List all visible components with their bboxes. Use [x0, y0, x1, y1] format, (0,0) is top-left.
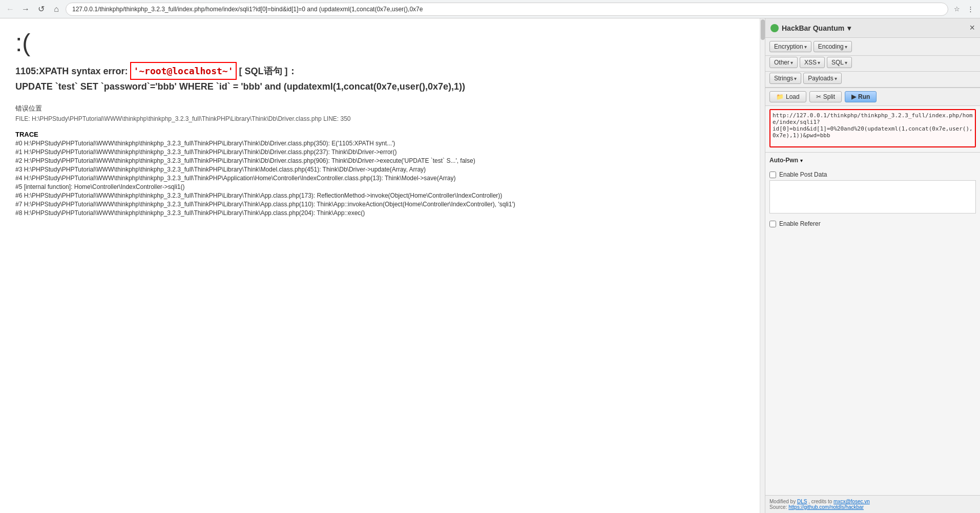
load-icon: 📁: [776, 93, 784, 100]
hackbar-title-text: HackBar Quantum: [782, 24, 844, 32]
other-button[interactable]: Other ▾: [769, 57, 798, 68]
post-data-textarea[interactable]: [769, 180, 976, 213]
load-button[interactable]: 📁 Load: [769, 91, 806, 102]
encryption-button[interactable]: Encryption ▾: [769, 41, 811, 52]
encoding-button[interactable]: Encoding ▾: [814, 41, 852, 52]
footer-text2: , credits to: [808, 499, 833, 504]
trace-title: TRACE: [15, 131, 744, 138]
enable-post-data-label: Enable Post Data: [779, 171, 827, 178]
split-icon: ✂: [816, 93, 821, 100]
enable-referer-label: Enable Referer: [779, 220, 821, 227]
hackbar-toolbar-row3: Strings ▾ Payloads ▾: [765, 72, 980, 88]
strings-button[interactable]: Strings ▾: [769, 73, 801, 84]
content-area: :( 1105:XPATH syntax error: '~root@local…: [0, 18, 980, 513]
trace-line-0: #0 H:\PHPStudy\PHPTutorial\WWW\thinkphp\…: [15, 140, 744, 147]
run-icon: ▶: [851, 93, 856, 100]
address-bar[interactable]: [66, 3, 948, 16]
hackbar-footer: Modified by DLS , credits to mxcx@fosec.…: [765, 495, 980, 513]
sql-button[interactable]: SQL ▾: [827, 57, 852, 68]
strings-arrow: ▾: [794, 76, 797, 81]
highlight-text: '~root@localhost~': [130, 62, 236, 80]
other-arrow: ▾: [790, 60, 793, 66]
post-data-row: Enable Post Data: [765, 169, 980, 180]
payloads-arrow: ▾: [835, 76, 837, 81]
hackbar-actions: 📁 Load ✂ Split ▶ Run: [765, 88, 980, 106]
page-content: :( 1105:XPATH syntax error: '~root@local…: [0, 18, 760, 513]
browser-wrapper: ← → ↺ ⌂ ☆ ⋮ :( 1105:XPATH syntax error: …: [0, 0, 980, 513]
error-file: FILE: H:\PHPStudy\PHPTutorial\WWW\thinkp…: [15, 115, 744, 122]
browser-toolbar: ← → ↺ ⌂ ☆ ⋮: [0, 0, 980, 18]
encryption-arrow: ▾: [804, 44, 807, 50]
reload-button[interactable]: ↺: [35, 3, 47, 15]
page-scrollbar[interactable]: [760, 18, 765, 513]
trace-line-1: #1 H:\PHPStudy\PHPTutorial\WWW\thinkphp\…: [15, 148, 744, 156]
hackbar-panel: HackBar Quantum ▾ × Encryption ▾ Encodin…: [765, 18, 980, 513]
error-location-title: 错误位置: [15, 104, 744, 113]
trace-line-6: #6 H:\PHPStudy\PHPTutorial\WWW\thinkphp\…: [15, 192, 744, 199]
xss-arrow: ▾: [818, 60, 820, 66]
footer-link-mxcx[interactable]: mxcx@fosec.vn: [833, 499, 870, 504]
error-title: 1105:XPATH syntax error: '~root@localhos…: [15, 62, 744, 94]
trace-line-3: #3 H:\PHPStudy\PHPTutorial\WWW\thinkphp\…: [15, 166, 744, 173]
sql-statement: UPDATE `test` SET `password`='bbb' WHERE…: [15, 81, 465, 92]
autopwn-header: Auto-Pwn ▾: [769, 157, 976, 164]
autopwn-section: Auto-Pwn ▾: [765, 153, 980, 169]
hackbar-logo: [770, 24, 779, 32]
error-face: :(: [15, 29, 744, 57]
footer-link-github[interactable]: https://github.com/notdls/hackbar: [788, 504, 864, 510]
hackbar-title: HackBar Quantum ▾: [770, 24, 851, 32]
xss-button[interactable]: XSS ▾: [800, 57, 825, 68]
trace-line-7: #7 H:\PHPStudy\PHPTutorial\WWW\thinkphp\…: [15, 201, 744, 208]
url-textarea[interactable]: http://127.0.0.1/thinkphp/thinkphp_3.2.3…: [769, 109, 976, 147]
trace-line-8: #8 H:\PHPStudy\PHPTutorial\WWW\thinkphp\…: [15, 209, 744, 217]
encoding-arrow: ▾: [845, 44, 847, 50]
post-data-area: [765, 180, 980, 218]
sql-arrow: ▾: [845, 60, 847, 66]
bookmark-icon[interactable]: ☆: [951, 4, 963, 15]
enable-post-data-checkbox[interactable]: [769, 172, 776, 178]
hackbar-toolbar-row2: Other ▾ XSS ▾ SQL ▾: [765, 56, 980, 72]
autopwn-arrow[interactable]: ▾: [800, 158, 803, 163]
trace-line-2: #2 H:\PHPStudy\PHPTutorial\WWW\thinkphp\…: [15, 157, 744, 164]
error-location: 错误位置 FILE: H:\PHPStudy\PHPTutorial\WWW\t…: [15, 104, 744, 122]
hackbar-toolbar-row1: Encryption ▾ Encoding ▾: [765, 38, 980, 56]
sql-label: [ SQL语句 ]：: [239, 66, 297, 76]
footer-text3: Source:: [769, 504, 788, 510]
run-button[interactable]: ▶ Run: [845, 91, 877, 102]
forward-button[interactable]: →: [19, 3, 32, 15]
trace-line-5: #5 [internal function]: Home\Controller\…: [15, 183, 744, 190]
trace-section: TRACE #0 H:\PHPStudy\PHPTutorial\WWW\thi…: [15, 131, 744, 217]
autopwn-title: Auto-Pwn: [769, 157, 798, 164]
error-main: 1105:XPATH syntax error: '~root@localhos…: [15, 62, 744, 94]
page-scrollbar-thumb[interactable]: [761, 19, 765, 40]
split-button[interactable]: ✂ Split: [809, 91, 842, 102]
browser-toolbar-right: ☆ ⋮: [951, 4, 976, 15]
footer-link-dls[interactable]: DLS: [797, 499, 807, 504]
trace-line-4: #4 H:\PHPStudy\PHPTutorial\WWW\thinkphp\…: [15, 175, 744, 182]
hackbar-header: HackBar Quantum ▾ ×: [765, 18, 980, 38]
back-button[interactable]: ←: [4, 3, 16, 15]
menu-icon[interactable]: ⋮: [965, 4, 976, 15]
hackbar-title-arrow[interactable]: ▾: [847, 24, 851, 32]
error-prefix: 1105:XPATH syntax error:: [15, 66, 130, 76]
home-button[interactable]: ⌂: [50, 3, 62, 15]
footer-text1: Modified by: [769, 499, 797, 504]
enable-referer-checkbox[interactable]: [769, 221, 776, 227]
referer-row: Enable Referer: [765, 218, 980, 229]
hackbar-url-area: http://127.0.0.1/thinkphp/thinkphp_3.2.3…: [765, 106, 980, 153]
payloads-button[interactable]: Payloads ▾: [803, 73, 841, 84]
hackbar-close-button[interactable]: ×: [969, 23, 975, 33]
